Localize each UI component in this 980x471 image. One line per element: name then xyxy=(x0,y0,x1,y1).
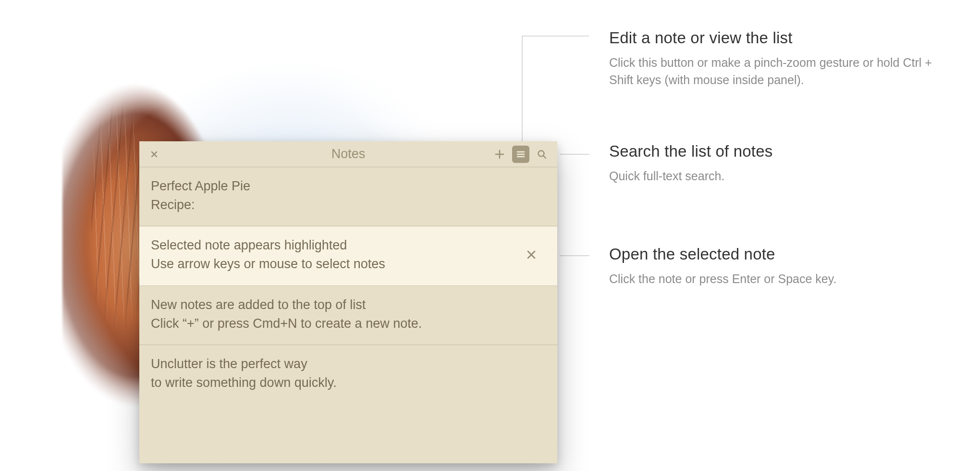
note-row[interactable]: New notes are added to the top of list C… xyxy=(139,286,557,345)
note-line2: Use arrow keys or mouse to select notes xyxy=(151,255,517,273)
callout-line xyxy=(522,36,589,37)
delete-note-button[interactable] xyxy=(517,249,546,260)
note-row-selected[interactable]: Selected note appears highlighted Use ar… xyxy=(139,226,557,285)
note-preview: Selected note appears highlighted Use ar… xyxy=(151,236,517,273)
add-note-button[interactable] xyxy=(491,146,508,163)
annotation-title: Search the list of notes xyxy=(609,142,773,161)
note-line1: New notes are added to the top of list xyxy=(151,296,546,314)
annotation-body: Click the note or press Enter or Space k… xyxy=(609,270,836,287)
annotation-search: Search the list of notes Quick full-text… xyxy=(609,142,773,185)
annotation-title: Open the selected note xyxy=(609,245,836,263)
callout-line xyxy=(560,154,589,155)
annotation-body: Quick full-text search. xyxy=(609,167,773,185)
note-line2: to write something down quickly. xyxy=(151,373,546,392)
note-line1: Perfect Apple Pie xyxy=(151,177,546,196)
list-view-button[interactable] xyxy=(512,146,529,163)
annotation-edit: Edit a note or view the list Click this … xyxy=(609,29,945,89)
close-panel-button[interactable] xyxy=(146,150,162,158)
note-preview: New notes are added to the top of list C… xyxy=(151,296,546,333)
close-icon xyxy=(526,249,537,260)
note-preview: Unclutter is the perfect way to write so… xyxy=(151,355,546,392)
note-preview: Perfect Apple Pie Recipe: xyxy=(151,177,546,214)
panel-header: Notes xyxy=(139,141,557,167)
note-line1: Unclutter is the perfect way xyxy=(151,355,546,373)
callout-line xyxy=(522,36,523,155)
close-icon xyxy=(150,150,158,158)
note-row[interactable]: Perfect Apple Pie Recipe: xyxy=(139,167,557,226)
panel-toolbar xyxy=(491,146,551,163)
note-list: Perfect Apple Pie Recipe: Selected note … xyxy=(139,167,557,463)
callout-line xyxy=(560,255,589,256)
search-icon xyxy=(537,149,547,160)
search-button[interactable] xyxy=(533,146,551,163)
note-line1: Selected note appears highlighted xyxy=(151,236,517,255)
plus-icon xyxy=(494,149,505,160)
note-row[interactable]: Unclutter is the perfect way to write so… xyxy=(139,345,557,404)
notes-panel: Notes Perfect Apple Pie Recipe: Selected… xyxy=(139,141,557,463)
note-line2: Click “+” or press Cmd+N to create a new… xyxy=(151,314,546,333)
annotation-title: Edit a note or view the list xyxy=(609,29,945,47)
note-line2: Recipe: xyxy=(151,196,546,214)
annotation-body: Click this button or make a pinch-zoom g… xyxy=(609,54,945,89)
annotation-open: Open the selected note Click the note or… xyxy=(609,245,836,287)
list-icon xyxy=(515,149,526,160)
